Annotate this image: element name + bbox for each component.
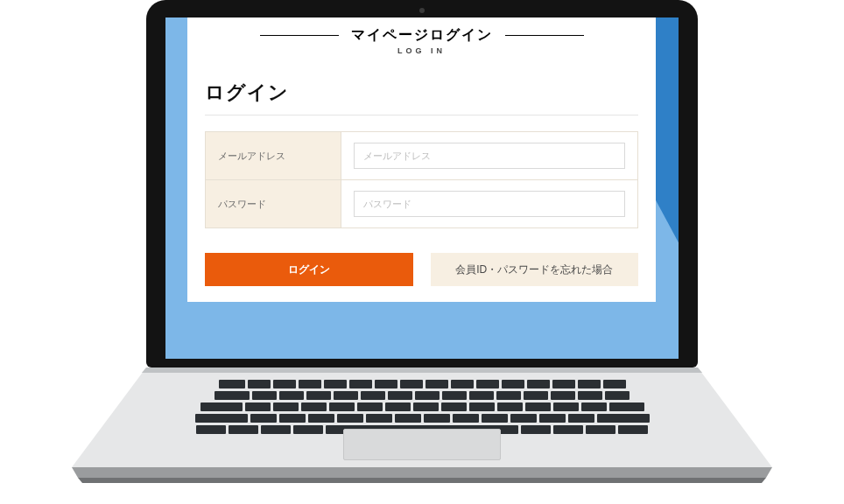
title-rule-right <box>505 35 584 36</box>
svg-marker-2 <box>72 467 772 478</box>
login-form: メールアドレス パスワード <box>205 131 638 228</box>
svg-marker-1 <box>142 368 702 373</box>
forgot-credentials-button[interactable]: 会員ID・パスワードを忘れた場合 <box>431 253 639 286</box>
trackpad-icon <box>343 429 501 460</box>
heading-rule <box>205 115 638 116</box>
password-input[interactable] <box>354 191 625 217</box>
page-subtitle: LOG IN <box>205 46 638 55</box>
laptop-mockup: マイページログイン LOG IN ログイン メールアドレス パスワード <box>72 0 772 480</box>
camera-dot-icon <box>419 8 425 13</box>
page-title: マイページログイン <box>351 26 493 45</box>
password-label: パスワード <box>206 180 341 228</box>
login-card: マイページログイン LOG IN ログイン メールアドレス パスワード <box>187 18 656 302</box>
laptop-lid: マイページログイン LOG IN ログイン メールアドレス パスワード <box>146 0 698 368</box>
laptop-base <box>72 368 772 480</box>
button-row: ログイン 会員ID・パスワードを忘れた場合 <box>205 253 638 286</box>
section-heading: ログイン <box>205 80 638 106</box>
laptop-screen: マイページログイン LOG IN ログイン メールアドレス パスワード <box>165 18 679 359</box>
email-label: メールアドレス <box>206 132 341 180</box>
email-field-cell <box>341 132 638 180</box>
title-rule-left <box>260 35 339 36</box>
password-field-cell <box>341 180 638 228</box>
svg-marker-3 <box>78 478 766 483</box>
page-title-row: マイページログイン <box>205 26 638 45</box>
login-button[interactable]: ログイン <box>205 253 413 286</box>
email-input[interactable] <box>354 143 625 169</box>
